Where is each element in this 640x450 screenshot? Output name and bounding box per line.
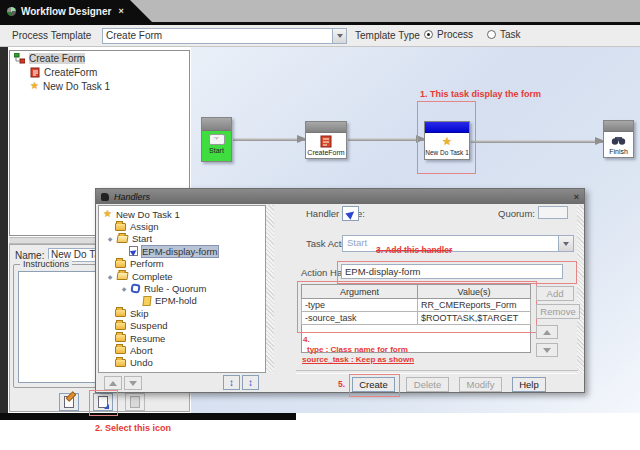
handlers-tree-item-abort[interactable]: Abort [99,344,265,356]
process-template-combo[interactable]: Create Form [102,28,347,44]
handlers-tree-item-undo[interactable]: Undo [99,357,265,369]
tab-strip: Workflow Designer × [0,0,640,22]
handlers-tree-item-suspend[interactable]: Suspend [99,320,265,332]
folder-icon [115,346,126,354]
template-type-label: Template Type [355,30,420,41]
close-icon[interactable]: × [574,192,579,202]
node-new-do-task-1[interactable]: ★ New Do Task 1 [424,121,470,160]
annotation-1: 1. This task display the form [420,89,541,99]
combo-arrow-button[interactable] [332,29,346,43]
quorum-field[interactable] [538,206,568,219]
create-button[interactable]: Create [352,377,395,392]
node-label: Start [202,147,231,154]
rule-icon [130,283,140,293]
handlers-tree-item-perform[interactable]: Perform [99,258,265,270]
tab-workflow-designer[interactable]: Workflow Designer × [0,0,152,22]
modify-button[interactable]: Modify [459,377,502,392]
handlers-tree-item-task[interactable]: ★New Do Task 1 [99,208,265,220]
handlers-tree-item-rule-quorum[interactable]: ◆Rule - Quorum [99,282,265,294]
folder-icon [115,334,126,342]
expand-arrows-icon: ↕ [229,377,234,388]
form-icon [30,67,40,78]
app-icon [7,7,16,16]
handlers-tree-item-skip[interactable]: Skip [99,307,265,319]
table-row[interactable]: -type RR_CMEReports_Form [302,299,531,312]
handler-type-button[interactable] [342,206,359,221]
node-label: New Do Task 1 [425,149,469,156]
handler-icon [129,246,138,256]
form-icon [320,135,332,148]
node-label: Finish [604,148,633,155]
tab-close-icon[interactable]: × [118,6,123,16]
process-template-value: Create Form [103,29,337,42]
edit-task-button[interactable] [59,393,79,411]
handlers-tree-item-start[interactable]: ◆Start [99,233,265,245]
expander-icon[interactable]: ◆ [121,285,127,292]
tree-item-label: Create Form [29,53,85,64]
tab-title: Workflow Designer [21,6,111,17]
delete-button[interactable]: Delete [406,377,449,392]
note-icon [142,296,151,306]
expand-all-button[interactable]: ↕ [223,375,240,390]
collapse-all-button[interactable]: ↕ [242,375,259,390]
tree-splitter[interactable] [266,205,274,373]
radio-task[interactable]: Task [487,29,521,40]
star-icon: ★ [30,81,39,91]
radio-dot-icon [487,30,496,39]
node-label: CreateForm [306,149,346,156]
handlers-tree-item-epm-hold[interactable]: EPM-hold [99,295,265,307]
tree-item-createform[interactable]: CreateForm [10,65,189,79]
folder-icon [115,359,126,367]
radio-process[interactable]: Process [424,29,473,40]
chevron-down-icon [563,242,569,246]
workflow-icon [14,53,25,64]
task-handlers-button[interactable] [93,393,113,411]
folder-icon [115,309,126,317]
hand-cursor-icon: ☞ [209,134,225,145]
remove-button[interactable]: Remove [536,304,580,319]
handlers-tree-item-complete[interactable]: ◆Complete [99,270,265,282]
handlers-tree-item-resume[interactable]: Resume [99,332,265,344]
expander-icon[interactable]: ◆ [107,235,113,242]
radio-process-label: Process [437,29,473,40]
dialog-titlebar[interactable]: Handlers × [96,189,584,204]
tree-item-new-do-task-1[interactable]: ★ New Do Task 1 [10,79,189,93]
row-down-button [536,343,558,357]
expander-icon[interactable]: ◆ [107,273,113,280]
combo-arrow-button[interactable] [558,236,573,251]
folder-icon [115,322,126,330]
column-header-values: Value(s) [418,285,531,299]
triangle-up-icon [109,381,117,386]
move-up-button [104,376,122,390]
table-row[interactable]: -source_task $ROOTTASK,$TARGET [302,312,531,325]
dialog-icon [101,193,109,201]
node-finish[interactable]: Finish [603,120,634,158]
radio-task-label: Task [500,29,521,40]
handlers-tree-item-epm-display-form[interactable]: EPM-display-form [99,245,265,257]
edit-page-icon [64,396,74,408]
node-header [425,122,469,133]
action-handler-field[interactable]: EPM-display-form [341,264,563,279]
tree-item-create-form[interactable]: Create Form [10,51,189,65]
add-button[interactable]: Add [536,286,574,301]
folder-icon [115,260,126,268]
radio-dot-icon [424,30,433,39]
column-header-argument: Argument [302,285,418,299]
node-header [202,118,231,131]
window-bottom-edge [0,413,296,420]
help-button[interactable]: Help [512,377,546,392]
annotation-5: 5. [338,379,345,389]
folder-open-icon [116,235,128,243]
action-arrow-icon [345,208,356,219]
annotation-4-num: 4. [303,335,310,344]
handlers-dialog: Handlers × ★New Do Task 1 Assign ◆Start … [95,188,585,393]
window-left-edge [0,47,8,413]
row-up-button [536,325,558,339]
annotation-4-line1: type : Class name for form [307,345,408,354]
disabled-tool-button [125,393,145,411]
node-createform[interactable]: CreateForm [305,121,347,159]
arguments-table[interactable]: Argument Value(s) -type RR_CMEReports_Fo… [301,284,531,325]
handlers-tree-item-assign[interactable]: Assign [99,220,265,232]
tree-item-label: New Do Task 1 [43,81,110,92]
node-start[interactable]: ☞ Start [201,117,232,162]
